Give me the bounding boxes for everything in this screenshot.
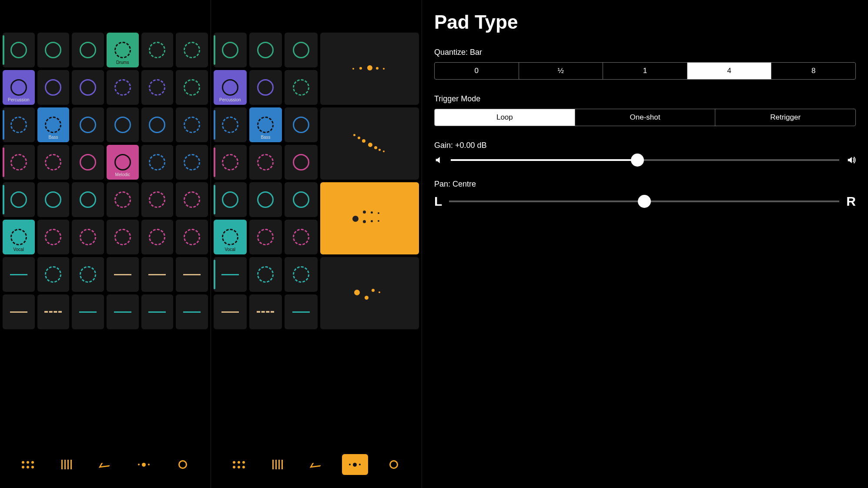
toolbar-chev-button[interactable] (303, 454, 329, 475)
pad-r4-c1[interactable] (249, 182, 282, 217)
waveform-icon (350, 56, 389, 82)
pad-r3-c1[interactable] (249, 145, 282, 180)
toolbar-dots-button[interactable] (342, 454, 368, 475)
toolbar-circle-button[interactable] (381, 454, 407, 475)
pad-r3-c3[interactable]: Melodic (107, 145, 139, 180)
pad-r6-c4[interactable] (141, 257, 174, 292)
pad-r2-c0[interactable] (214, 107, 247, 142)
pad-r7-c1[interactable] (37, 294, 70, 329)
pad-r0-c3[interactable]: Drums (107, 33, 139, 67)
pad-r1-c5[interactable] (176, 70, 208, 105)
pad-r3-c5[interactable] (176, 145, 208, 180)
pad-r2-c0[interactable] (3, 107, 35, 142)
pad-r4-c2[interactable] (72, 182, 104, 217)
pad-r6-c5[interactable] (176, 257, 208, 292)
pad-r0-c1[interactable] (249, 33, 282, 67)
pad-r7-c0[interactable] (214, 294, 247, 329)
pad-r7-c0[interactable] (3, 294, 35, 329)
pad-r5-c5[interactable] (176, 220, 208, 254)
pad-r5-c0[interactable]: Vocal (214, 220, 247, 254)
toolbar-circle-button[interactable] (170, 454, 196, 475)
toolbar-dots-button[interactable] (131, 454, 157, 475)
pad-r5-c1[interactable] (37, 220, 70, 254)
pad-r1-c0[interactable]: Percussion (214, 70, 247, 105)
pad-r1-c0[interactable]: Percussion (3, 70, 35, 105)
trigger-option-2[interactable]: Retrigger (715, 109, 855, 126)
pad-r5-c2[interactable] (285, 220, 318, 254)
big-pad-r4[interactable] (320, 182, 419, 254)
pad-r1-c2[interactable] (72, 70, 104, 105)
toolbar-grip-button[interactable] (226, 454, 252, 475)
pad-r1-c1[interactable] (37, 70, 70, 105)
gain-slider[interactable] (451, 159, 839, 161)
pad-r6-c2[interactable] (72, 257, 104, 292)
pad-r0-c4[interactable] (141, 33, 174, 67)
trigger-option-1[interactable]: One-shot (575, 109, 716, 126)
trigger-option-0[interactable]: Loop (435, 109, 575, 126)
pad-r3-c2[interactable] (72, 145, 104, 180)
pad-r3-c0[interactable] (3, 145, 35, 180)
pad-r5-c2[interactable] (72, 220, 104, 254)
quantize-option-2[interactable]: 1 (603, 63, 687, 79)
pad-r3-c0[interactable] (214, 145, 247, 180)
pad-r1-c2[interactable] (285, 70, 318, 105)
pad-r4-c1[interactable] (37, 182, 70, 217)
pad-r4-c0[interactable] (214, 182, 247, 217)
pad-r4-c2[interactable] (285, 182, 318, 217)
pad-r5-c0[interactable]: Vocal (3, 220, 35, 254)
pad-r1-c4[interactable] (141, 70, 174, 105)
pad-r3-c4[interactable] (141, 145, 174, 180)
pad-r6-c0[interactable] (3, 257, 35, 292)
pad-r3-c2[interactable] (285, 145, 318, 180)
big-pad-r6[interactable] (320, 257, 419, 329)
big-pad-r0[interactable] (320, 33, 419, 105)
pad-r2-c5[interactable] (176, 107, 208, 142)
pad-r1-c3[interactable] (107, 70, 139, 105)
pad-r6-c1[interactable] (249, 257, 282, 292)
pad-r2-c1[interactable]: Bass (37, 107, 70, 142)
pad-r7-c5[interactable] (176, 294, 208, 329)
pad-r5-c4[interactable] (141, 220, 174, 254)
pan-slider[interactable] (449, 201, 839, 202)
pad-r2-c2[interactable] (72, 107, 104, 142)
toolbar-bars-button[interactable] (265, 454, 291, 475)
pad-r4-c5[interactable] (176, 182, 208, 217)
pad-r7-c3[interactable] (107, 294, 139, 329)
pad-r6-c1[interactable] (37, 257, 70, 292)
pad-r0-c2[interactable] (285, 33, 318, 67)
quantize-option-4[interactable]: 8 (771, 63, 855, 79)
pad-r4-c3[interactable] (107, 182, 139, 217)
toolbar-grip-button[interactable] (15, 454, 41, 475)
pad-r7-c4[interactable] (141, 294, 174, 329)
pad-r5-c1[interactable] (249, 220, 282, 254)
pad-r3-c1[interactable] (37, 145, 70, 180)
pad-r7-c2[interactable] (72, 294, 104, 329)
pad-r4-c0[interactable] (3, 182, 35, 217)
pad-r7-c2[interactable] (285, 294, 318, 329)
pad-r0-c0[interactable] (3, 33, 35, 67)
circle-icon (257, 42, 274, 58)
pad-r0-c5[interactable] (176, 33, 208, 67)
pad-r2-c2[interactable] (285, 107, 318, 142)
pad-r2-c1[interactable]: Bass (249, 107, 282, 142)
pad-r2-c4[interactable] (141, 107, 174, 142)
pad-r5-c3[interactable] (107, 220, 139, 254)
pad-r6-c2[interactable] (285, 257, 318, 292)
toolbar-chev-button[interactable] (92, 454, 118, 475)
pad-r4-c4[interactable] (141, 182, 174, 217)
toolbar-bars-button[interactable] (54, 454, 80, 475)
pad-r6-c0[interactable] (214, 257, 247, 292)
quantize-option-0[interactable]: 0 (435, 63, 519, 79)
grip-icon (233, 461, 245, 468)
pad-r0-c1[interactable] (37, 33, 70, 67)
pad-r0-c2[interactable] (72, 33, 104, 67)
quantize-option-1[interactable]: ½ (519, 63, 603, 79)
pad-r7-c1[interactable] (249, 294, 282, 329)
pad-r6-c3[interactable] (107, 257, 139, 292)
pad-r1-c1[interactable] (249, 70, 282, 105)
quantize-option-3[interactable]: 4 (687, 63, 772, 79)
pad-r2-c3[interactable] (107, 107, 139, 142)
dash-circle-icon (114, 229, 131, 245)
big-pad-r2[interactable] (320, 107, 419, 180)
pad-r0-c0[interactable] (214, 33, 247, 67)
